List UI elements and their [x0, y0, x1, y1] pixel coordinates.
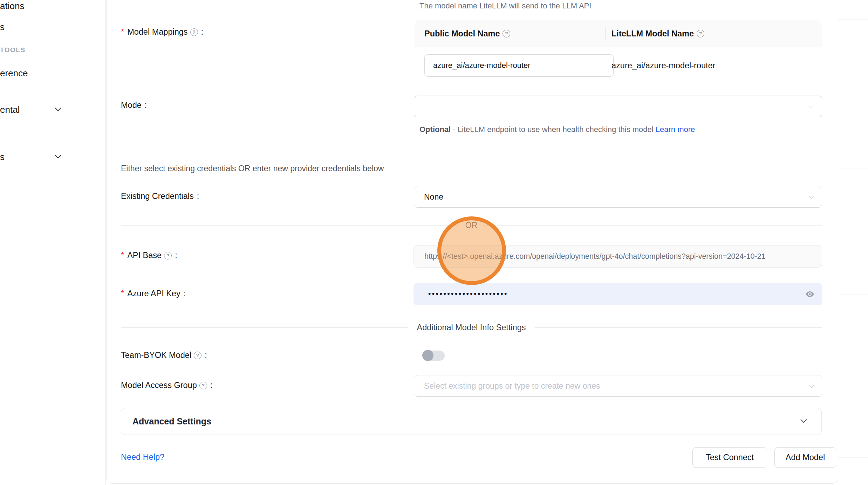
help-icon[interactable]: ? [199, 382, 207, 389]
or-divider-text: OR [459, 221, 484, 230]
existing-credentials-value: None [424, 192, 443, 202]
section-divider: Additional Model Info Settings [121, 323, 822, 332]
table-header-litellm-model-name: LiteLLM Model Name ? [605, 29, 822, 39]
masked-api-key: ••••••••••••••••••••• [428, 290, 508, 297]
add-model-button[interactable]: Add Model [774, 447, 836, 468]
table-header-public-model-name: Public Model Name ? [415, 29, 605, 39]
background-artifact [838, 445, 868, 445]
model-name-help-text: The model name LiteLLM will send to the … [419, 1, 591, 11]
team-byok-toggle[interactable] [422, 349, 445, 361]
section-divider-text: Additional Model Info Settings [408, 323, 535, 332]
model-mappings-table: Public Model Name ? LiteLLM Model Name ?… [415, 20, 822, 84]
required-marker: * [121, 289, 124, 298]
sidebar-item-settings[interactable]: s [0, 152, 5, 162]
table-header-row: Public Model Name ? LiteLLM Model Name ? [415, 20, 822, 47]
litellm-model-name-value: azure_ai/azure-model-router [605, 61, 822, 70]
mode-label: Mode : [121, 101, 147, 110]
eye-icon [804, 290, 815, 299]
chevron-down-icon[interactable] [55, 152, 61, 158]
existing-credentials-label: Existing Credentials : [121, 192, 199, 201]
model-access-group-placeholder: Select existing groups or type to create… [424, 381, 600, 391]
table-row: azure_ai/azure-model-router [415, 47, 822, 84]
or-divider: OR [121, 221, 822, 230]
background-artifact [838, 294, 868, 295]
api-base-label: * API Base ? : [121, 251, 177, 260]
azure-api-key-input[interactable]: ••••••••••••••••••••• [414, 283, 822, 305]
toggle-knob [422, 350, 433, 361]
chevron-down-icon [800, 416, 807, 423]
required-marker: * [121, 27, 124, 37]
help-icon[interactable]: ? [697, 30, 704, 37]
sidebar-item-2[interactable]: s [0, 22, 5, 33]
mode-select[interactable] [414, 96, 822, 117]
model-access-group-select[interactable]: Select existing groups or type to create… [414, 375, 822, 397]
add-model-page: ations s TOOLS erence ental s The model … [0, 0, 868, 485]
existing-credentials-select[interactable]: None [414, 186, 822, 208]
learn-more-link[interactable]: Learn more [656, 125, 695, 134]
sidebar-item-experimental[interactable]: ental [0, 104, 20, 115]
advanced-settings-toggle[interactable]: Advanced Settings [121, 408, 822, 435]
column-divider [605, 27, 606, 40]
background-artifact [838, 470, 868, 470]
credentials-note: Either select existing credentials OR en… [121, 164, 384, 173]
sidebar: ations s TOOLS erence ental s [0, 0, 105, 485]
background-artifact [838, 168, 868, 168]
test-connect-button[interactable]: Test Connect [692, 447, 767, 468]
help-icon[interactable]: ? [503, 30, 510, 37]
chevron-down-icon [809, 193, 814, 199]
model-mappings-label: * Model Mappings ? : [121, 27, 203, 37]
mode-help-text: Optional - LiteLLM endpoint to use when … [419, 123, 712, 137]
chevron-down-icon [809, 382, 814, 388]
sidebar-section-tools: TOOLS [0, 46, 26, 54]
model-access-group-label: Model Access Group ? : [121, 381, 212, 390]
background-artifact [838, 457, 868, 458]
advanced-settings-title: Advanced Settings [121, 416, 211, 427]
required-marker: * [121, 251, 124, 260]
help-icon[interactable]: ? [194, 352, 201, 359]
need-help-link[interactable]: Need Help? [121, 452, 164, 462]
chevron-down-icon [809, 103, 814, 109]
sidebar-item-organizations[interactable]: ations [0, 1, 24, 12]
public-model-name-input[interactable] [424, 54, 614, 77]
background-artifact [838, 19, 868, 20]
help-icon[interactable]: ? [164, 252, 172, 259]
sidebar-item-reference[interactable]: erence [0, 68, 28, 79]
chevron-down-icon[interactable] [55, 105, 61, 111]
api-base-input[interactable]: https://<test>.openai.azure.com/openai/d… [414, 245, 822, 268]
azure-api-key-label: * Azure API Key : [121, 289, 186, 298]
background-artifact [838, 309, 868, 309]
team-byok-label: Team-BYOK Model ? : [121, 351, 207, 360]
help-icon[interactable]: ? [190, 28, 198, 36]
toggle-password-visibility-button[interactable] [804, 288, 816, 300]
